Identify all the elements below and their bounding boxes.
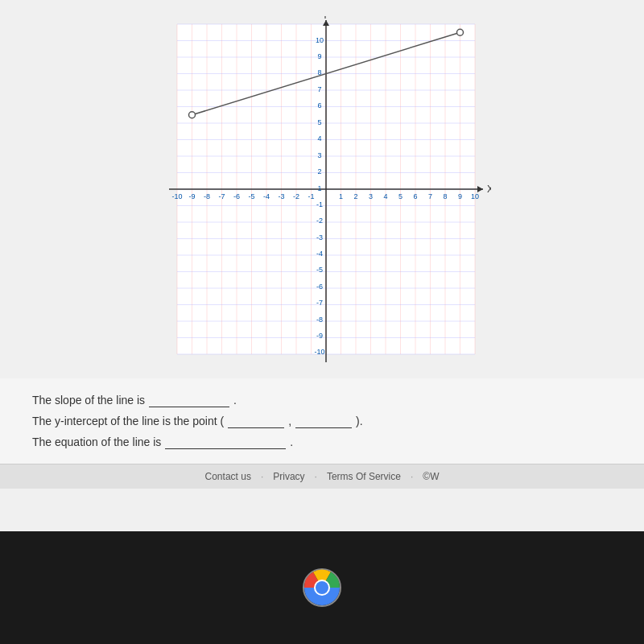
svg-text:4: 4 [383, 192, 387, 200]
svg-text:1: 1 [339, 192, 343, 200]
svg-text:-7: -7 [218, 192, 225, 200]
svg-text:-2: -2 [293, 192, 299, 200]
left-endpoint [189, 112, 196, 118]
svg-text:3: 3 [317, 151, 321, 159]
svg-text:5: 5 [317, 118, 321, 126]
yintercept-y-blank[interactable] [295, 414, 352, 428]
right-endpoint [457, 29, 464, 35]
svg-text:-1: -1 [316, 200, 323, 208]
svg-text:10: 10 [316, 36, 324, 44]
svg-text:9: 9 [317, 52, 321, 60]
svg-text:2: 2 [317, 167, 321, 175]
svg-text:-4: -4 [316, 250, 323, 258]
yintercept-label: The y-intercept of the line is the point… [32, 415, 224, 427]
svg-text:3: 3 [369, 192, 373, 200]
svg-text:-8: -8 [316, 316, 323, 324]
contact-link[interactable]: Contact us [205, 471, 251, 482]
svg-text:6: 6 [317, 101, 321, 109]
questions-area: The slope of the line is . The y-interce… [0, 378, 644, 464]
svg-text:-3: -3 [316, 233, 323, 242]
svg-text:-9: -9 [316, 332, 323, 340]
svg-text:-1: -1 [308, 192, 314, 200]
equation-answer-blank[interactable] [165, 435, 286, 449]
svg-text:-4: -4 [263, 192, 270, 200]
svg-text:-3: -3 [278, 192, 284, 200]
svg-text:8: 8 [443, 192, 447, 200]
equation-question: The equation of the line is . [32, 435, 612, 449]
x-axis-label: X [487, 184, 491, 195]
svg-text:9: 9 [458, 192, 462, 200]
svg-text:2: 2 [353, 192, 357, 200]
svg-text:7: 7 [428, 192, 432, 200]
svg-text:-5: -5 [248, 192, 254, 200]
y-axis-label: Y [322, 16, 328, 21]
slope-label: The slope of the line is [32, 394, 145, 407]
sep2: · [315, 471, 317, 482]
svg-text:1: 1 [317, 184, 321, 192]
svg-text:-7: -7 [316, 299, 323, 307]
yintercept-x-blank[interactable] [228, 414, 284, 428]
svg-text:7: 7 [317, 85, 321, 93]
equation-label: The equation of the line is [32, 436, 161, 448]
svg-text:-2: -2 [316, 217, 323, 225]
svg-marker-46 [323, 20, 329, 26]
svg-text:4: 4 [317, 134, 321, 142]
chrome-icon[interactable] [302, 568, 342, 608]
svg-text:10: 10 [471, 192, 479, 200]
footer-bar: Contact us · Privacy · Terms Of Service … [0, 464, 644, 489]
svg-point-89 [316, 581, 328, 594]
svg-text:-10: -10 [314, 348, 324, 356]
svg-text:-8: -8 [204, 192, 210, 200]
copyright-text: ©W [423, 471, 439, 482]
graph-container: X Y 10 9 8 7 6 5 4 3 2 1 -1 -2 -3 -4 [153, 16, 491, 370]
coordinate-graph: X Y 10 9 8 7 6 5 4 3 2 1 -1 -2 -3 -4 [153, 16, 491, 370]
svg-text:5: 5 [398, 192, 402, 200]
slope-question: The slope of the line is . [32, 393, 612, 407]
privacy-link[interactable]: Privacy [273, 471, 304, 482]
slope-answer-blank[interactable] [149, 393, 229, 407]
taskbar [0, 531, 644, 644]
sep1: · [261, 471, 263, 482]
svg-text:-5: -5 [316, 266, 323, 274]
svg-text:-9: -9 [188, 192, 195, 200]
svg-text:-6: -6 [233, 192, 240, 200]
yintercept-question: The y-intercept of the line is the point… [32, 414, 612, 428]
sep3: · [411, 471, 413, 482]
svg-marker-44 [477, 186, 483, 192]
svg-text:-10: -10 [171, 192, 182, 200]
svg-text:-6: -6 [316, 283, 323, 291]
terms-link[interactable]: Terms Of Service [327, 471, 401, 482]
yintercept-suffix: ). [356, 415, 363, 427]
svg-text:6: 6 [413, 192, 417, 200]
main-content: X Y 10 9 8 7 6 5 4 3 2 1 -1 -2 -3 -4 [0, 0, 644, 531]
